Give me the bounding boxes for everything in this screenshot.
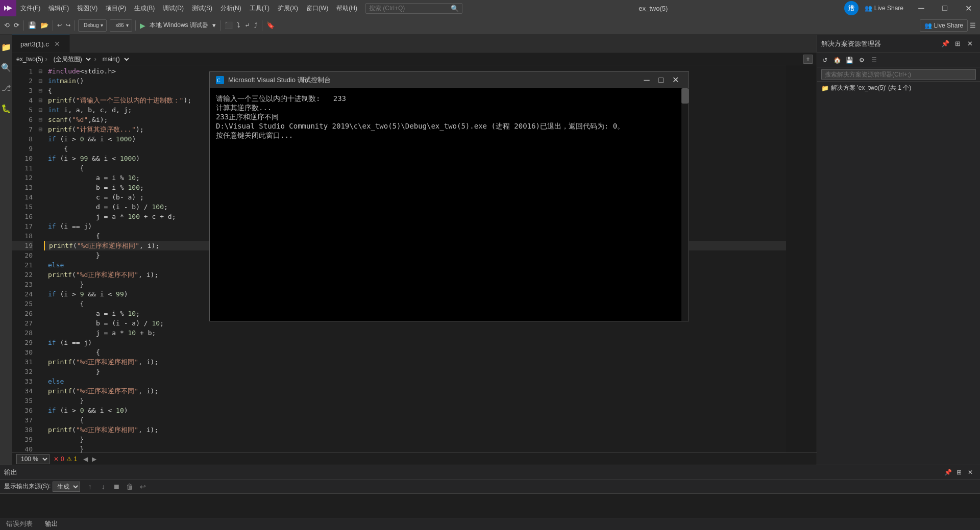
output-float[interactable]: ⊞ bbox=[953, 467, 965, 478]
tab-close[interactable]: ✕ bbox=[53, 40, 61, 48]
toolbar-save[interactable]: 💾 bbox=[26, 18, 38, 33]
toolbar-sep5 bbox=[220, 20, 220, 31]
function-dropdown[interactable]: main() bbox=[99, 55, 131, 64]
output-wrap[interactable]: ↩ bbox=[137, 481, 149, 492]
toolbar-sep1 bbox=[23, 20, 24, 31]
liveshare-toolbar-icon: 👥 bbox=[924, 22, 932, 29]
activity-explorer[interactable]: 📁 bbox=[0, 37, 12, 57]
activity-search[interactable]: 🔍 bbox=[0, 57, 12, 78]
output-panel-header: 输出 📌 ⊞ ✕ bbox=[0, 465, 980, 479]
activity-git[interactable]: ⎇ bbox=[0, 78, 12, 98]
filter-btn[interactable]: ☰ bbox=[868, 55, 879, 66]
menu-project[interactable]: 项目(P) bbox=[102, 0, 130, 16]
toolbar-sep3 bbox=[75, 20, 75, 31]
console-maximize[interactable]: □ bbox=[654, 73, 668, 87]
breakpoint-btn[interactable]: ⬛ bbox=[223, 18, 235, 33]
run-button[interactable]: ▶ bbox=[138, 18, 148, 33]
console-icon: C bbox=[216, 76, 224, 84]
search-box[interactable]: 🔍 bbox=[365, 3, 462, 14]
solution-root[interactable]: 📁 解决方案 'ex_two(5)' (共 1 个) bbox=[821, 84, 976, 92]
panel-float[interactable]: ⊞ bbox=[951, 38, 964, 50]
console-minimize[interactable]: ─ bbox=[640, 73, 654, 87]
toolbar-extra[interactable]: ☰ bbox=[968, 18, 978, 33]
code-line-35: } bbox=[44, 396, 786, 406]
step-out[interactable]: ⤴ bbox=[252, 18, 260, 33]
menu-extend[interactable]: 扩展(X) bbox=[274, 0, 302, 16]
menu-help[interactable]: 帮助(H) bbox=[332, 0, 361, 16]
output-source-select[interactable]: 生成 bbox=[53, 482, 80, 492]
code-line-29: if (i == j) bbox=[44, 338, 786, 347]
activity-debug[interactable]: 🐛 bbox=[0, 98, 12, 118]
config-dropdown[interactable]: Debug ▾ bbox=[78, 19, 107, 32]
solution-search[interactable] bbox=[817, 67, 980, 82]
breadcrumb-sep1: › bbox=[45, 56, 47, 63]
menu-window[interactable]: 窗口(W) bbox=[302, 0, 332, 16]
toolbar-undo[interactable]: ⟲ bbox=[2, 18, 12, 33]
fold-24[interactable]: ⊟ bbox=[37, 105, 44, 115]
home-btn[interactable]: 🏠 bbox=[831, 55, 843, 66]
arch-dropdown[interactable]: x86 ▾ bbox=[110, 19, 132, 32]
title-bar: 文件(F) 编辑(E) 视图(V) 项目(P) 生成(B) 调试(D) 测试(S… bbox=[0, 0, 980, 16]
menu-bar: 文件(F) 编辑(E) 视图(V) 项目(P) 生成(B) 调试(D) 测试(S… bbox=[16, 0, 361, 16]
console-close[interactable]: ✕ bbox=[668, 73, 682, 87]
liveshare-button[interactable]: 👥 Live Share bbox=[861, 3, 908, 14]
bookmark-btn[interactable]: 🔖 bbox=[264, 18, 277, 33]
output-content bbox=[0, 494, 980, 518]
menu-debug[interactable]: 调试(D) bbox=[159, 0, 188, 16]
toolbar-redo2[interactable]: ↪ bbox=[64, 18, 72, 33]
search-input[interactable] bbox=[369, 5, 451, 12]
tab-error-list[interactable]: 错误列表 bbox=[0, 517, 39, 531]
menu-test[interactable]: 测试(S) bbox=[188, 0, 216, 16]
run-dropdown[interactable]: ▾ bbox=[210, 18, 218, 33]
output-pin[interactable]: 📌 bbox=[942, 467, 953, 478]
fold-36[interactable]: ⊟ bbox=[37, 124, 44, 134]
menu-analyze[interactable]: 分析(N) bbox=[216, 0, 246, 16]
save-all-btn[interactable]: 💾 bbox=[844, 55, 855, 66]
breadcrumb-sep2: › bbox=[94, 56, 96, 63]
nav-back[interactable]: ◀ bbox=[83, 456, 88, 463]
expand-editor-btn[interactable]: + bbox=[803, 55, 813, 64]
scope-dropdown[interactable]: (全局范围) bbox=[50, 55, 92, 64]
fold-17[interactable]: ⊟ bbox=[37, 95, 44, 105]
tab-output[interactable]: 输出 bbox=[39, 517, 64, 531]
menu-tools[interactable]: 工具(T) bbox=[246, 0, 274, 16]
fold-8[interactable]: ⊟ bbox=[37, 76, 44, 86]
menu-view[interactable]: 视图(V) bbox=[73, 0, 102, 16]
nav-forward[interactable]: ▶ bbox=[92, 456, 96, 463]
liveshare-toolbar-label: Live Share bbox=[934, 22, 963, 29]
output-clear[interactable]: 🗑 bbox=[124, 481, 135, 492]
toolbar-undo2[interactable]: ↩ bbox=[55, 18, 64, 33]
refresh-btn[interactable]: ↺ bbox=[819, 55, 830, 66]
output-stop[interactable]: ⏹ bbox=[111, 481, 122, 492]
fold-2[interactable]: ⊟ bbox=[37, 66, 44, 76]
error-indicator[interactable]: ✕ 0 ⚠ 1 bbox=[54, 456, 79, 463]
output-up[interactable]: ↑ bbox=[84, 481, 95, 492]
toolbar-redo[interactable]: ⟳ bbox=[12, 18, 21, 33]
menu-build[interactable]: 生成(B) bbox=[130, 0, 159, 16]
step-over[interactable]: ⤵ bbox=[235, 18, 242, 33]
menu-edit[interactable]: 编辑(E) bbox=[44, 0, 73, 16]
code-line-33: else bbox=[44, 376, 786, 386]
tab-part3[interactable]: part3(1).c ✕ bbox=[12, 35, 70, 53]
zoom-select[interactable]: 100 % bbox=[16, 454, 50, 464]
console-scrollbar[interactable] bbox=[681, 88, 689, 321]
code-line-34: printf("%d正序和逆序不同", i); bbox=[44, 386, 786, 396]
panel-pin[interactable]: 📌 bbox=[939, 38, 951, 50]
output-close[interactable]: ✕ bbox=[965, 467, 976, 478]
properties-btn[interactable]: ⚙ bbox=[856, 55, 867, 66]
panel-close[interactable]: ✕ bbox=[964, 38, 976, 50]
fold-29[interactable]: ⊟ bbox=[37, 115, 44, 124]
minimize-button[interactable]: ─ bbox=[910, 0, 933, 16]
close-button[interactable]: ✕ bbox=[957, 0, 980, 16]
output-down[interactable]: ↓ bbox=[97, 481, 109, 492]
solution-search-input[interactable] bbox=[821, 69, 976, 80]
run-local[interactable]: 本地 Windows 调试器 bbox=[148, 18, 210, 33]
step-into[interactable]: ⤶ bbox=[242, 18, 252, 33]
console-content: 请输入一个三位以内的十进制数: 233 计算其逆序数... 233正序和逆序不同… bbox=[210, 88, 689, 321]
fold-10[interactable]: ⊟ bbox=[37, 86, 44, 95]
console-scrollbar-thumb[interactable] bbox=[681, 88, 689, 104]
maximize-button[interactable]: □ bbox=[933, 0, 957, 16]
menu-file[interactable]: 文件(F) bbox=[16, 0, 44, 16]
liveshare-toolbar[interactable]: 👥 Live Share bbox=[920, 19, 968, 32]
toolbar-open[interactable]: 📂 bbox=[38, 18, 51, 33]
